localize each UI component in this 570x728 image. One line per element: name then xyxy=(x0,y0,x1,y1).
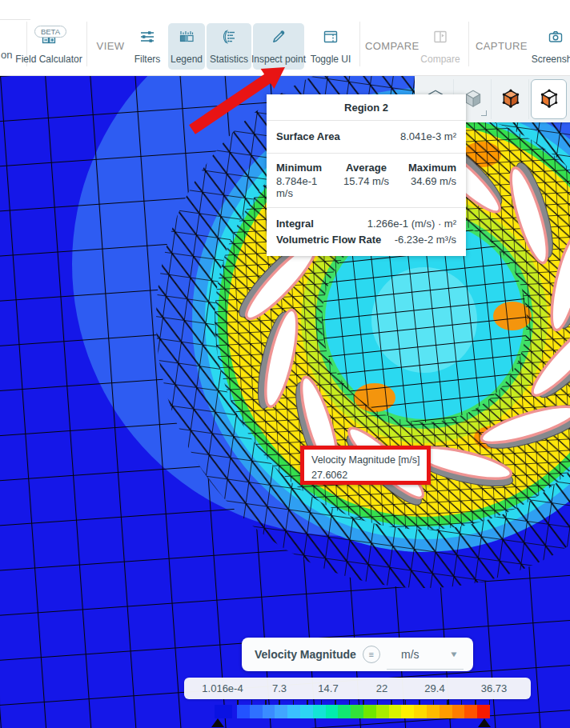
unit-dropdown[interactable]: m/s ▼ xyxy=(387,639,464,670)
surface-area-value: 8.041e-3 m² xyxy=(400,129,456,145)
colorbar-min-handle[interactable] xyxy=(211,718,224,727)
colorbar-max-handle[interactable] xyxy=(478,718,491,727)
surface-area-label: Surface Area xyxy=(276,129,340,145)
legend-tick-label: 36.73 xyxy=(481,682,508,694)
cube-surfaces-icon xyxy=(538,88,560,110)
dropdown-corner-mark xyxy=(481,110,487,116)
toggle-ui-label: Toggle UI xyxy=(311,54,351,65)
toggle-ui-button[interactable]: Toggle UI xyxy=(307,23,354,70)
average-value: 15.74 m/s xyxy=(336,175,396,199)
legend-field-selector: Velocity Magnitude ≡ m/s ▼ xyxy=(242,638,473,671)
top-toolbar: on BETA Field Calcula xyxy=(0,0,570,76)
legend-button[interactable]: Legend xyxy=(168,23,205,70)
section-compare: COMPARE xyxy=(365,40,416,52)
field-calculator-button[interactable]: BETA Field Calculator xyxy=(16,23,82,70)
volumetric-flow-rate-label: Volumetric Flow Rate xyxy=(276,232,381,248)
colorbar-below-range-block xyxy=(215,705,232,718)
compare-button[interactable]: Compare xyxy=(418,23,463,70)
tooltip-value: 27.6062 xyxy=(311,468,419,483)
section-capture: CAPTURE xyxy=(476,40,527,52)
toolbar-divider xyxy=(359,22,360,66)
tooltip-field-name: Velocity Magnitude [m/s] xyxy=(311,453,419,468)
screenshot-button[interactable]: Screenshot xyxy=(527,23,570,70)
inspect-point-label: Inspect point xyxy=(251,54,306,65)
legend-label: Legend xyxy=(171,54,203,65)
average-label: Average xyxy=(336,162,396,174)
legend-tick-label: 14.7 xyxy=(318,682,338,694)
compare-label: Compare xyxy=(420,54,460,65)
integral-label: Integral xyxy=(276,216,314,232)
unit-value: m/s xyxy=(401,648,419,661)
render-mode-solid-button[interactable] xyxy=(493,79,529,119)
compare-icon xyxy=(432,29,448,45)
inspect-point-tooltip: Velocity Magnitude [m/s] 27.6062 xyxy=(300,446,431,485)
statistics-label: Statistics xyxy=(210,54,248,65)
integral-value: 1.266e-1 (m/s) · m² xyxy=(367,216,456,232)
minimum-label: Minimum xyxy=(276,162,336,174)
toolbar-divider xyxy=(468,22,469,66)
screenshot-camera-icon xyxy=(548,29,564,45)
legend-menu-icon[interactable]: ≡ xyxy=(363,646,380,663)
toggle-ui-icon xyxy=(323,29,339,45)
legend-icon xyxy=(179,29,195,45)
minimum-value: 8.784e-1 m/s xyxy=(276,175,336,199)
filters-icon xyxy=(139,29,155,45)
statistics-button[interactable]: Statistics xyxy=(207,23,251,70)
screenshot-label: Screenshot xyxy=(532,54,570,65)
render-mode-surfaces-button[interactable] xyxy=(531,79,567,119)
region-statistics-panel: Region 2 Surface Area 8.041e-3 m² Minimu… xyxy=(267,94,466,256)
field-calculator-label: Field Calculator xyxy=(15,54,82,65)
beta-badge: BETA xyxy=(34,26,66,38)
legend-tick-label: 22 xyxy=(376,682,387,694)
app-window: on BETA Field Calcula xyxy=(0,0,570,728)
legend-tick-label: 7.3 xyxy=(272,682,287,694)
section-view: VIEW xyxy=(91,40,130,52)
cutoff-button-label[interactable]: on xyxy=(1,49,12,61)
cube-solid-icon xyxy=(500,88,522,110)
legend-tick-label: 29.4 xyxy=(424,682,444,694)
colorbar-segments xyxy=(237,705,490,718)
toolbar-edge-divider xyxy=(0,19,30,20)
legend-field-label: Velocity Magnitude xyxy=(255,648,356,661)
statistics-icon xyxy=(221,29,237,45)
toolbar-divider xyxy=(86,22,87,66)
legend-colorbar xyxy=(215,705,490,718)
inspect-point-icon xyxy=(271,29,287,45)
maximum-label: Maximum xyxy=(396,162,456,174)
legend-tick-label: 1.016e-4 xyxy=(202,682,243,694)
volumetric-flow-rate-value: -6.23e-2 m³/s xyxy=(395,232,456,248)
stats-panel-title: Region 2 xyxy=(267,94,466,121)
filters-button[interactable]: Filters xyxy=(128,23,167,70)
filters-label: Filters xyxy=(134,54,161,65)
inspect-point-button[interactable]: Inspect point xyxy=(253,23,304,70)
chevron-down-icon: ▼ xyxy=(449,650,459,658)
maximum-value: 34.69 m/s xyxy=(396,175,456,199)
legend-tick-labels: 1.016e-47.314.72229.436.73 xyxy=(184,678,531,699)
